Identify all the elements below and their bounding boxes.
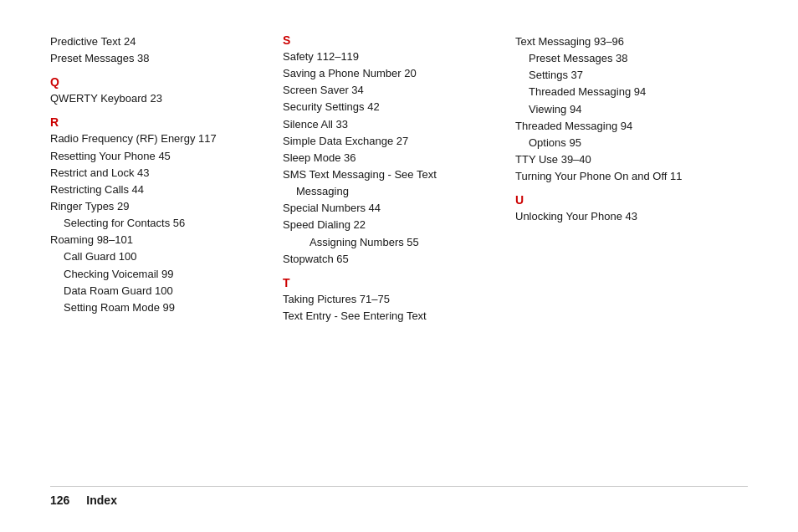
index-entry: Radio Frequency (RF) Energy 117 (50, 130, 266, 147)
column-0: Predictive Text 24Preset Messages 38QQWE… (50, 33, 283, 478)
index-entry: Settings 37 (515, 67, 731, 84)
page-content: Predictive Text 24Preset Messages 38QQWE… (0, 0, 798, 532)
index-entry: Setting Roam Mode 99 (50, 299, 266, 316)
index-entry: Special Numbers 44 (283, 200, 499, 217)
index-entry: Saving a Phone Number 20 (283, 65, 499, 82)
section-letter-T: T (283, 276, 499, 289)
index-entry: Predictive Text 24 (50, 33, 266, 50)
footer: 126 Index (50, 486, 748, 507)
index-entry: Roaming 98–101 (50, 232, 266, 248)
index-entry: Data Roam Guard 100 (50, 283, 266, 299)
index-entry: Taking Pictures 71–75 (283, 291, 499, 308)
index-entry: Restricting Calls 44 (50, 182, 266, 198)
index-entry: Messaging (283, 183, 499, 200)
index-entry: Threaded Messaging 94 (515, 84, 731, 100)
index-entry: Selecting for Contacts 56 (50, 215, 266, 232)
index-entry: Ringer Types 29 (50, 198, 266, 215)
index-entry: Unlocking Your Phone 43 (515, 208, 731, 225)
index-entry: Sleep Mode 36 (283, 150, 499, 166)
section-letter-S: S (283, 33, 499, 47)
index-entry: Text Messaging 93–96 (515, 33, 731, 50)
index-entry: Safety 112–119 (283, 49, 499, 65)
index-entry: Text Entry - See Entering Text (283, 308, 499, 325)
index-entry: SMS Text Messaging - See Text (283, 166, 499, 183)
footer-page-number: 126 (50, 494, 69, 507)
index-entry: QWERTY Keyboard 23 (50, 90, 266, 107)
index-entry: Restrict and Lock 43 (50, 165, 266, 182)
index-columns: Predictive Text 24Preset Messages 38QQWE… (50, 33, 748, 478)
index-entry: Viewing 94 (515, 101, 731, 118)
index-entry: Screen Saver 34 (283, 82, 499, 99)
index-entry: Speed Dialing 22 (283, 217, 499, 233)
section-letter-Q: Q (50, 75, 266, 89)
index-entry: Silence All 33 (283, 116, 499, 133)
section-letter-R: R (50, 115, 266, 129)
index-entry: Call Guard 100 (50, 248, 266, 265)
index-entry: Options 95 (515, 135, 731, 151)
index-entry: Preset Messages 38 (515, 50, 731, 67)
index-entry: Security Settings 42 (283, 99, 499, 115)
index-entry: Turning Your Phone On and Off 11 (515, 168, 731, 185)
column-2: Text Messaging 93–96Preset Messages 38Se… (515, 33, 748, 478)
index-entry: Assigning Numbers 55 (283, 234, 499, 251)
index-entry: Threaded Messaging 94 (515, 118, 731, 135)
index-entry: TTY Use 39–40 (515, 151, 731, 168)
index-entry: Resetting Your Phone 45 (50, 148, 266, 165)
index-entry: Simple Data Exchange 27 (283, 133, 499, 150)
index-entry: Checking Voicemail 99 (50, 266, 266, 283)
index-entry: Preset Messages 38 (50, 50, 266, 67)
footer-label: Index (86, 494, 117, 507)
section-letter-U: U (515, 193, 731, 207)
index-entry: Stopwatch 65 (283, 251, 499, 268)
column-1: SSafety 112–119Saving a Phone Number 20S… (283, 33, 515, 478)
